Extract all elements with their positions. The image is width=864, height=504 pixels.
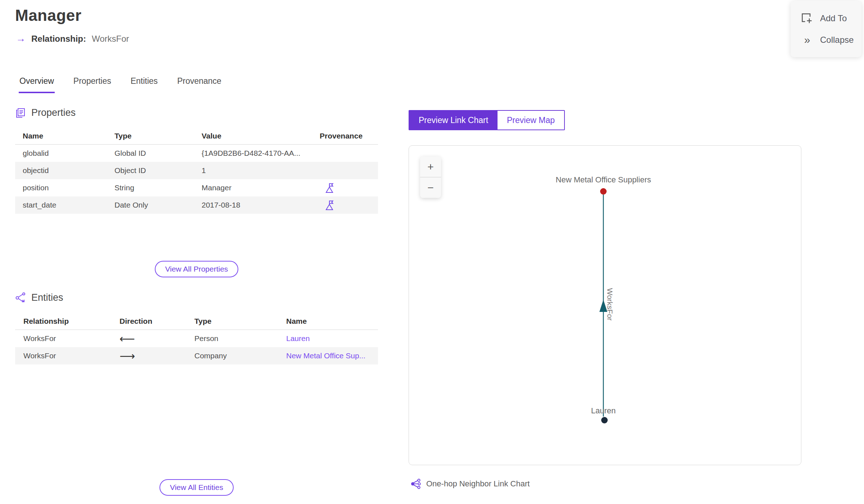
tab-properties[interactable]: Properties xyxy=(73,75,112,93)
properties-table: Name Type Value Provenance globalid Glob… xyxy=(15,127,378,214)
add-to-button[interactable]: Add To xyxy=(801,12,861,24)
properties-icon xyxy=(15,108,26,118)
direction-arrow-icon: ⟶ xyxy=(111,350,186,362)
col-header-type: Type xyxy=(107,132,194,140)
entity-name-link[interactable]: Lauren xyxy=(278,334,378,343)
entities-section-title: Entities xyxy=(31,292,63,303)
preview-map-button[interactable]: Preview Map xyxy=(498,111,564,130)
node-dot-company[interactable] xyxy=(600,188,607,195)
preview-link-chart-button[interactable]: Preview Link Chart xyxy=(409,111,498,130)
prop-value: 1 xyxy=(194,166,312,175)
chart-caption-label: One-hop Neighbor Link Chart xyxy=(426,479,530,489)
collapse-chevrons-icon: » xyxy=(801,34,813,46)
col-header-type: Type xyxy=(186,317,278,326)
view-all-properties-button[interactable]: View All Properties xyxy=(155,261,239,277)
table-row: WorksFor ⟶ Company New Metal Office Sup.… xyxy=(15,347,378,364)
entities-icon xyxy=(15,292,26,303)
prop-type: Date Only xyxy=(107,201,194,209)
col-header-direction: Direction xyxy=(111,317,186,326)
entities-section-heading: Entities xyxy=(15,292,63,303)
node-label-person: Lauren xyxy=(591,406,616,415)
chart-caption: One-hop Neighbor Link Chart xyxy=(410,478,530,489)
entity-relationship: WorksFor xyxy=(15,351,111,360)
relationship-label: Relationship: xyxy=(31,34,86,44)
provenance-flag-icon[interactable] xyxy=(325,183,334,193)
relationship-arrow-icon: → xyxy=(16,33,26,44)
prop-type: Object ID xyxy=(107,166,194,175)
col-header-name: Name xyxy=(278,317,378,326)
prop-name: globalid xyxy=(15,149,107,158)
provenance-flag-icon[interactable] xyxy=(325,200,334,210)
collapse-label: Collapse xyxy=(820,35,854,45)
entity-relationship: WorksFor xyxy=(15,334,111,343)
relationship-subtitle: → Relationship: WorksFor xyxy=(16,33,129,44)
prop-value: 2017-08-18 xyxy=(194,201,312,209)
one-hop-network-icon xyxy=(410,478,421,489)
node-label-company: New Metal Office Suppliers xyxy=(556,175,651,184)
page-title: Manager xyxy=(15,6,81,24)
prop-type: Global ID xyxy=(107,149,194,158)
table-row: position String Manager xyxy=(15,179,378,196)
properties-section-title: Properties xyxy=(31,107,76,118)
prop-provenance xyxy=(312,183,378,193)
zoom-in-button[interactable]: + xyxy=(420,156,441,177)
prop-type: String xyxy=(107,183,194,192)
prop-name: objectid xyxy=(15,166,107,175)
zoom-out-button[interactable]: − xyxy=(420,177,441,198)
link-chart-panel[interactable]: New Metal Office Suppliers WorksFor Laur… xyxy=(409,145,801,465)
tab-overview[interactable]: Overview xyxy=(19,75,55,93)
properties-section-heading: Properties xyxy=(15,107,76,118)
collapse-button[interactable]: » Collapse xyxy=(801,34,861,46)
prop-provenance xyxy=(312,200,378,210)
entity-type: Company xyxy=(186,351,278,360)
direction-arrow-icon: ⟵ xyxy=(111,332,186,345)
entities-table-header: Relationship Direction Type Name xyxy=(15,313,378,330)
properties-table-header: Name Type Value Provenance xyxy=(15,127,378,145)
prop-name: start_date xyxy=(15,201,107,209)
tab-entities[interactable]: Entities xyxy=(130,75,158,93)
zoom-control: + − xyxy=(420,156,441,198)
table-row: start_date Date Only 2017-08-18 xyxy=(15,196,378,214)
node-dot-person[interactable] xyxy=(601,417,608,423)
tab-bar: Overview Properties Entities Provenance xyxy=(19,75,222,93)
view-all-entities-button[interactable]: View All Entities xyxy=(159,479,234,496)
prop-value: Manager xyxy=(194,183,312,192)
col-header-provenance: Provenance xyxy=(312,132,378,140)
table-row: objectid Object ID 1 xyxy=(15,162,378,179)
col-header-name: Name xyxy=(15,132,107,140)
preview-toggle: Preview Link Chart Preview Map xyxy=(409,110,565,130)
add-to-icon xyxy=(801,12,813,24)
action-card: Add To » Collapse xyxy=(791,1,861,57)
tab-provenance[interactable]: Provenance xyxy=(176,75,222,93)
relationship-value: WorksFor xyxy=(92,34,129,44)
table-row: globalid Global ID {1A9DB2B6-D482-4170-A… xyxy=(15,145,378,162)
prop-value: {1A9DB2B6-D482-4170-AA... xyxy=(194,149,312,158)
add-to-label: Add To xyxy=(820,13,847,23)
edge-label: WorksFor xyxy=(606,288,614,321)
link-chart: New Metal Office Suppliers WorksFor Laur… xyxy=(409,146,801,465)
entities-table: Relationship Direction Type Name WorksFo… xyxy=(15,313,378,364)
prop-name: position xyxy=(15,183,107,192)
col-header-value: Value xyxy=(194,132,312,140)
table-row: WorksFor ⟵ Person Lauren xyxy=(15,330,378,347)
entity-name-link[interactable]: New Metal Office Sup... xyxy=(278,351,378,360)
col-header-relationship: Relationship xyxy=(15,317,111,326)
entity-type: Person xyxy=(186,334,278,343)
